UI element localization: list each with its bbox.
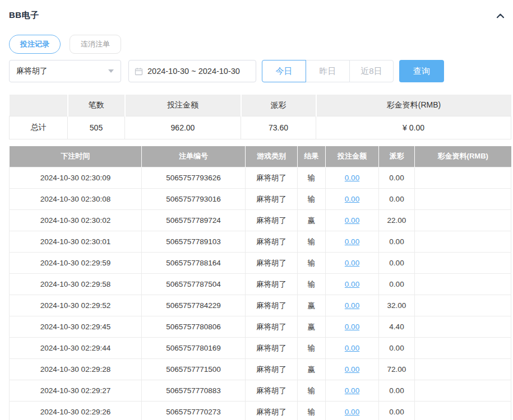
- tab-cancelled-bets[interactable]: 连消注单: [70, 35, 121, 54]
- game-type-cell: 麻将胡了: [246, 402, 298, 420]
- game-type-cell: 麻将胡了: [246, 359, 298, 380]
- result-cell: 赢: [298, 210, 326, 231]
- payout-cell: 32.00: [379, 295, 415, 316]
- game-select[interactable]: 麻将胡了: [9, 60, 121, 82]
- table-row: 2024-10-30 02:29:445065757780169麻将胡了输0.0…: [10, 338, 511, 359]
- bonus-cell: [415, 210, 511, 231]
- table-row: 2024-10-30 02:29:595065757788164麻将胡了输0.0…: [10, 253, 511, 274]
- header-result: 结果: [298, 146, 326, 167]
- game-type-cell: 麻将胡了: [246, 316, 298, 338]
- result-cell: 赢: [298, 316, 326, 338]
- today-button[interactable]: 今日: [262, 60, 306, 82]
- table-row: 2024-10-30 02:29:275065757770883麻将胡了输0.0…: [10, 380, 511, 402]
- summary-header-payout: 派彩: [241, 95, 316, 116]
- table-row: 2024-10-30 02:29:285065757771500麻将胡了赢0.0…: [10, 359, 511, 380]
- game-type-cell: 麻将胡了: [246, 189, 298, 210]
- bet-id-cell: 5065757770883: [142, 380, 246, 402]
- payout-cell: 4.40: [379, 316, 415, 338]
- bet-amount-cell: 0.00: [326, 167, 379, 189]
- bet-amount-cell: 0.00: [326, 210, 379, 231]
- tab-bet-records[interactable]: 投注记录: [9, 35, 61, 54]
- result-cell: 输: [298, 167, 326, 189]
- filter-bar: 麻将胡了 2024-10-30 ~ 2024-10-30 今日 昨日 近8日 查…: [9, 60, 511, 82]
- header-bet-id: 注单编号: [142, 146, 246, 167]
- bet-time-cell: 2024-10-30 02:29:27: [10, 380, 142, 402]
- bet-amount-link[interactable]: 0.00: [345, 237, 359, 246]
- summary-header-bonus: 彩金资料(RMB): [316, 95, 511, 116]
- bet-amount-cell: 0.00: [326, 316, 379, 338]
- payout-cell: 22.00: [379, 210, 415, 231]
- payout-cell: 0.00: [379, 338, 415, 359]
- header-bet-time: 下注时间: [10, 146, 142, 167]
- bet-amount-link[interactable]: 0.00: [345, 174, 359, 182]
- payout-cell: 0.00: [379, 253, 415, 274]
- bet-amount-cell: 0.00: [326, 380, 379, 402]
- bet-id-cell: 5065757789103: [142, 231, 246, 253]
- result-cell: 赢: [298, 295, 326, 316]
- result-cell: 赢: [298, 359, 326, 380]
- bet-amount-link[interactable]: 0.00: [345, 280, 359, 288]
- table-row: 2024-10-30 02:30:025065757789724麻将胡了赢0.0…: [10, 210, 511, 231]
- summary-bonus-value: ¥ 0.00: [316, 116, 511, 139]
- bet-id-cell: 5065757793626: [142, 167, 246, 189]
- tab-bar: 投注记录 连消注单: [9, 35, 511, 54]
- header-bonus: 彩金资料(RMB): [415, 146, 511, 167]
- records-table-body: 2024-10-30 02:30:095065757793626麻将胡了输0.0…: [10, 167, 511, 420]
- table-row: 2024-10-30 02:29:525065757784229麻将胡了赢0.0…: [10, 295, 511, 316]
- bet-time-cell: 2024-10-30 02:29:28: [10, 359, 142, 380]
- bet-amount-link[interactable]: 0.00: [345, 216, 359, 225]
- game-type-cell: 麻将胡了: [246, 231, 298, 253]
- bet-amount-cell: 0.00: [326, 253, 379, 274]
- game-type-cell: 麻将胡了: [246, 210, 298, 231]
- game-type-cell: 麻将胡了: [246, 167, 298, 189]
- bonus-cell: [415, 167, 511, 189]
- bonus-cell: [415, 338, 511, 359]
- game-select-value: 麻将胡了: [16, 66, 48, 76]
- summary-payout-value: 73.60: [241, 116, 316, 139]
- bet-amount-cell: 0.00: [326, 359, 379, 380]
- bet-amount-link[interactable]: 0.00: [345, 408, 359, 416]
- payout-cell: 72.00: [379, 359, 415, 380]
- calendar-icon: [135, 67, 143, 76]
- bonus-cell: [415, 189, 511, 210]
- records-header-row: 下注时间 注单编号 游戏类别 结果 投注金额 派彩 彩金资料(RMB): [10, 146, 511, 167]
- bet-amount-link[interactable]: 0.00: [345, 323, 359, 331]
- bet-id-cell: 5065757784229: [142, 295, 246, 316]
- game-type-cell: 麻将胡了: [246, 274, 298, 295]
- bonus-cell: [415, 295, 511, 316]
- bonus-cell: [415, 359, 511, 380]
- bonus-cell: [415, 231, 511, 253]
- last-8-days-button[interactable]: 近8日: [349, 60, 394, 82]
- summary-total-row: 总计 505 962.00 73.60 ¥ 0.00: [10, 116, 511, 139]
- bet-time-cell: 2024-10-30 02:29:44: [10, 338, 142, 359]
- bet-amount-link[interactable]: 0.00: [345, 195, 359, 203]
- payout-cell: 0.00: [379, 167, 415, 189]
- bet-amount-link[interactable]: 0.00: [345, 259, 359, 267]
- bet-amount-cell: 0.00: [326, 295, 379, 316]
- table-row: 2024-10-30 02:30:015065757789103麻将胡了输0.0…: [10, 231, 511, 253]
- result-cell: 输: [298, 338, 326, 359]
- bonus-cell: [415, 380, 511, 402]
- summary-count-value: 505: [68, 116, 125, 139]
- table-row: 2024-10-30 02:29:585065757787504麻将胡了输0.0…: [10, 274, 511, 295]
- table-row: 2024-10-30 02:29:265065757770273麻将胡了输0.0…: [10, 402, 511, 420]
- bet-id-cell: 5065757789724: [142, 210, 246, 231]
- bonus-cell: [415, 253, 511, 274]
- bet-time-cell: 2024-10-30 02:29:59: [10, 253, 142, 274]
- bet-amount-link[interactable]: 0.00: [345, 301, 359, 310]
- date-range-picker[interactable]: 2024-10-30 ~ 2024-10-30: [128, 60, 256, 82]
- yesterday-button[interactable]: 昨日: [306, 60, 350, 82]
- bet-amount-link[interactable]: 0.00: [345, 365, 359, 374]
- bet-id-cell: 5065757788164: [142, 253, 246, 274]
- result-cell: 输: [298, 274, 326, 295]
- chevron-up-icon[interactable]: [496, 12, 505, 20]
- search-button[interactable]: 查询: [399, 60, 444, 82]
- bet-amount-cell: 0.00: [326, 189, 379, 210]
- bet-amount-link[interactable]: 0.00: [345, 344, 359, 352]
- summary-bet-amount-value: 962.00: [125, 116, 241, 139]
- summary-header-bet-amount: 投注金额: [125, 95, 241, 116]
- bet-amount-link[interactable]: 0.00: [345, 386, 359, 395]
- result-cell: 输: [298, 189, 326, 210]
- bet-amount-cell: 0.00: [326, 274, 379, 295]
- result-cell: 输: [298, 380, 326, 402]
